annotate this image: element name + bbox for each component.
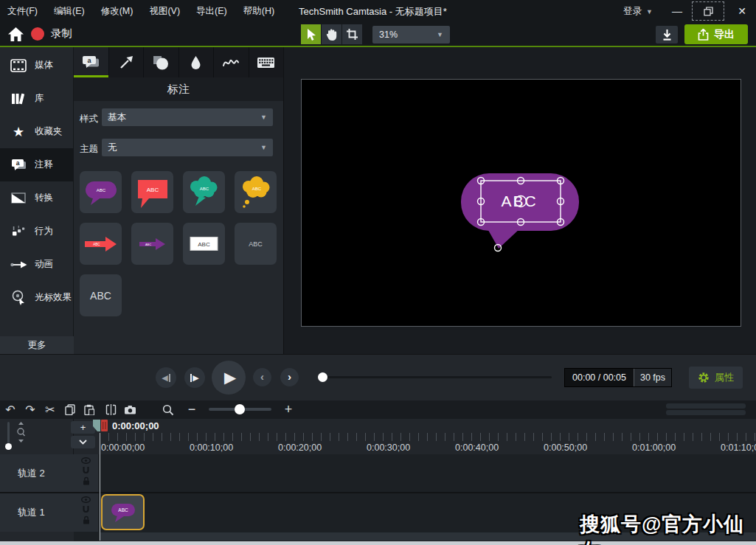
- undo-button[interactable]: ↶: [1, 402, 19, 417]
- callout-thumb-white-rect[interactable]: ABC: [183, 223, 225, 265]
- timeline-zoom-button[interactable]: [159, 402, 177, 417]
- sign-in-button[interactable]: 登录 ▼: [623, 5, 653, 18]
- cut-button[interactable]: ✂: [41, 402, 59, 417]
- zoom-in-button[interactable]: +: [280, 402, 297, 417]
- sidebar-label: 动画: [35, 258, 53, 271]
- screenshot-button[interactable]: [121, 402, 139, 417]
- minimize-button[interactable]: —: [666, 1, 688, 21]
- sidebar-item-animations[interactable]: 动画: [0, 248, 74, 281]
- zoom-out-button[interactable]: −: [183, 402, 201, 417]
- menu-help[interactable]: 帮助(H): [243, 5, 274, 18]
- playhead-marker[interactable]: [93, 420, 109, 432]
- restore-button[interactable]: [692, 1, 724, 21]
- menu-file[interactable]: 文件(F): [7, 5, 38, 18]
- chevron-down-icon: ▼: [646, 8, 653, 15]
- tab-shapes[interactable]: [144, 47, 179, 77]
- callout-thumb-thought-cloud[interactable]: ABC: [235, 171, 277, 213]
- menu-export[interactable]: 导出(E): [196, 5, 227, 18]
- playhead-line[interactable]: [100, 433, 100, 541]
- visibility-eye-icon[interactable]: [81, 457, 91, 464]
- sidebar-more-button[interactable]: 更多: [0, 336, 74, 354]
- scrubber-handle[interactable]: [318, 372, 327, 382]
- visibility-eye-icon[interactable]: [81, 496, 91, 503]
- next-clip-button[interactable]: ›: [280, 368, 299, 386]
- timeline-scrollbar-top[interactable]: [666, 403, 746, 409]
- next-frame-button[interactable]: ▶: [184, 367, 205, 388]
- selected-callout[interactable]: ABC: [443, 166, 605, 262]
- menu-edit[interactable]: 编辑(E): [54, 5, 85, 18]
- tab-sketch[interactable]: [214, 47, 249, 77]
- redo-button[interactable]: ↷: [21, 402, 39, 417]
- home-button[interactable]: [7, 27, 24, 44]
- zoom-level-select[interactable]: 31% ▼: [372, 26, 450, 44]
- more-label: 更多: [28, 339, 46, 352]
- timeline-clip-callout[interactable]: ABC: [101, 494, 145, 530]
- ruler-label: 0:00:50;00: [544, 442, 587, 453]
- callout-thumb-purple-arrow[interactable]: ABC: [131, 223, 173, 265]
- track-height-slider-handle[interactable]: [5, 443, 12, 450]
- lock-icon[interactable]: [83, 516, 90, 524]
- previous-frame-button[interactable]: ◀: [156, 367, 176, 388]
- track-1-controls: [81, 496, 91, 524]
- magnet-icon[interactable]: [82, 505, 90, 513]
- style-select[interactable]: 基本 ▼: [102, 108, 273, 126]
- close-button[interactable]: ✕: [731, 1, 753, 21]
- sidebar-item-library[interactable]: 库: [0, 82, 74, 115]
- tab-keystroke[interactable]: [249, 47, 284, 77]
- track-1-header[interactable]: 轨道 1: [0, 493, 98, 532]
- sidebar-item-cursor-effects[interactable]: 光标效果: [0, 281, 74, 314]
- track-2-row[interactable]: 轨道 2: [0, 454, 756, 492]
- callout-thumb-rounded[interactable]: ABC: [80, 171, 122, 213]
- theme-select[interactable]: 无 ▼: [102, 139, 273, 156]
- timeline-ruler[interactable]: 0:00:00;00 0:00:00;00 0:00:10;00 0:00:20…: [0, 419, 756, 454]
- magnet-icon[interactable]: [82, 466, 90, 474]
- style-label: 样式: [80, 113, 98, 125]
- menu-modify[interactable]: 修改(M): [101, 5, 133, 18]
- lock-icon[interactable]: [83, 476, 90, 485]
- crop-tool[interactable]: [342, 24, 362, 44]
- timeline-zoom-slider-handle[interactable]: [235, 404, 245, 414]
- split-button[interactable]: [102, 402, 119, 417]
- timeline-scrollbar-bottom[interactable]: [666, 410, 746, 415]
- callout-thumb-large-text[interactable]: ABC: [80, 274, 122, 316]
- copy-button[interactable]: [61, 402, 79, 417]
- pan-tool[interactable]: [322, 24, 341, 44]
- sidebar-item-annotations[interactable]: a 注释: [0, 148, 74, 181]
- callout-text[interactable]: ABC: [501, 192, 537, 209]
- fps-display[interactable]: 30 fps: [634, 369, 671, 386]
- tab-arrows[interactable]: [109, 47, 145, 77]
- menu-view[interactable]: 视图(V): [149, 5, 180, 18]
- tab-callouts[interactable]: a: [74, 47, 109, 77]
- canvas-stage[interactable]: ABC: [285, 47, 756, 354]
- callout-thumb-plain-text[interactable]: ABC: [235, 223, 277, 265]
- sidebar-item-media[interactable]: 媒体: [0, 49, 74, 82]
- add-track-button[interactable]: +: [71, 421, 95, 434]
- sidebar-item-favorites[interactable]: ★ 收藏夹: [0, 115, 74, 148]
- callout-thumb-rect[interactable]: ABC: [131, 171, 173, 213]
- scrubber-track[interactable]: [327, 376, 552, 378]
- previous-clip-button[interactable]: ‹: [253, 368, 271, 386]
- annotation-bubble-icon: a: [10, 159, 27, 172]
- tab-blur[interactable]: [179, 47, 215, 77]
- paste-button[interactable]: [80, 402, 98, 417]
- ruler-label: 0:00:30;00: [367, 442, 410, 453]
- sidebar-item-transitions[interactable]: 转换: [0, 181, 74, 215]
- crop-icon: [346, 28, 358, 41]
- download-button[interactable]: [656, 26, 678, 44]
- shape-icon: [153, 55, 169, 70]
- collapse-tracks-button[interactable]: [71, 436, 95, 448]
- sidebar-item-behaviors[interactable]: 行为: [0, 215, 74, 248]
- record-button[interactable]: 录制: [31, 27, 72, 41]
- camtasia-window: 文件(F) 编辑(E) 修改(M) 视图(V) 导出(E) 帮助(H) Tech…: [0, 0, 756, 545]
- select-tool[interactable]: [301, 24, 321, 44]
- callout-icon: a: [82, 55, 100, 69]
- previous-frame-icon: ◀: [162, 373, 167, 383]
- callout-thumb-cloud[interactable]: ABC: [183, 171, 225, 213]
- callout-thumb-red-arrow[interactable]: ABC: [80, 223, 122, 265]
- track-2-header[interactable]: 轨道 2: [0, 454, 98, 492]
- track-name: 轨道 2: [18, 467, 45, 480]
- properties-button[interactable]: 属性: [689, 367, 743, 389]
- cursor-effects-icon: [10, 290, 27, 305]
- export-button[interactable]: 导出: [684, 24, 748, 44]
- play-button[interactable]: ▶: [212, 361, 246, 395]
